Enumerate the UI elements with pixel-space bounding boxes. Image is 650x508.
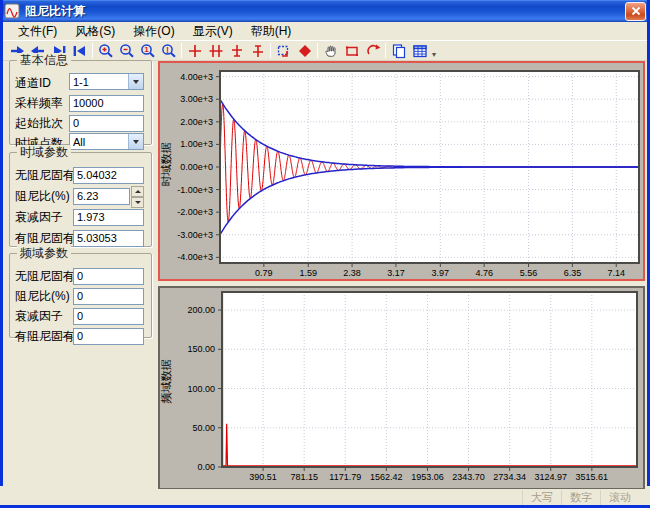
group-freq-params: 频域参数 无阻尼固有频率 阻尼比(%) 衰减因子 有阻尼固有频率 <box>9 253 152 338</box>
zoom-in-button[interactable] <box>95 41 116 60</box>
damping-ratio-frequency-input[interactable] <box>73 288 144 305</box>
clip-region-button[interactable] <box>341 41 362 60</box>
toolbar-separator <box>92 43 93 58</box>
svg-text:150.00: 150.00 <box>187 344 215 354</box>
damped-freq-frequency-input[interactable] <box>73 328 144 345</box>
time-domain-plot[interactable]: 4.00e+33.00e+32.00e+31.00e+30.00e+0-1.00… <box>160 63 643 279</box>
grid-view-button[interactable] <box>409 41 430 60</box>
pan-hand-button[interactable] <box>320 41 341 60</box>
status-bar: 大写 数字 滚动 <box>3 489 647 505</box>
svg-text:0.00: 0.00 <box>197 462 215 472</box>
field-label: 通道ID <box>15 76 51 90</box>
field-row-decay-factor-f: 衰减因子 <box>15 306 146 323</box>
group-basic-info-title: 基本信息 <box>17 53 71 67</box>
damped-freq-time-input[interactable] <box>73 230 144 247</box>
group-basic-info: 基本信息 通道ID 1-1 采样频率 起始批次 时域点数 All <box>9 60 152 145</box>
zoom-region-icon <box>276 43 292 59</box>
clip-region-icon <box>344 43 360 59</box>
cursor-valley-button[interactable] <box>247 41 268 60</box>
toolbar: 1 ! <box>3 40 647 61</box>
diamond-marker-icon <box>297 43 313 59</box>
cursor-cross-button[interactable] <box>184 41 205 60</box>
svg-text:1.59: 1.59 <box>299 268 317 278</box>
time-points-dropdown[interactable]: All <box>69 133 144 150</box>
cursor-cross-icon <box>187 43 203 59</box>
toolbar-separator <box>385 43 386 58</box>
svg-text:1: 1 <box>144 45 149 54</box>
svg-text:1171.79: 1171.79 <box>329 472 361 482</box>
time-domain-chart[interactable]: 时域数据 4.00e+33.00e+32.00e+31.00e+30.00e+0… <box>158 61 645 281</box>
chevron-down-icon[interactable] <box>128 74 143 89</box>
skip-backward-icon <box>72 43 88 59</box>
zoom-reset-button[interactable]: ! <box>158 41 179 60</box>
zoom-in-magnifier-icon <box>98 43 114 59</box>
title-bar[interactable]: 阻尼比计算 <box>0 0 650 22</box>
field-row-decay-factor-t: 衰减因子 <box>15 207 146 224</box>
app-window: 阻尼比计算 文件(F) 风格(S) 操作(O) 显示(V) 帮助(H) <box>0 0 650 508</box>
toolbar-separator <box>270 43 271 58</box>
rotate-tool-button[interactable] <box>362 41 383 60</box>
sample-rate-input[interactable] <box>69 95 144 112</box>
svg-text:200.00: 200.00 <box>187 305 215 315</box>
channel-id-dropdown[interactable]: 1-1 <box>69 73 144 90</box>
menu-file[interactable]: 文件(F) <box>9 22 66 41</box>
close-icon <box>630 5 642 17</box>
status-num-indicator: 数字 <box>561 490 600 505</box>
damping-ratio-spinner[interactable] <box>131 186 144 203</box>
app-icon <box>4 3 20 19</box>
svg-text:781.15: 781.15 <box>290 472 318 482</box>
field-row-undamped-freq-f: 无阻尼固有频率 <box>15 266 146 283</box>
status-caps-indicator: 大写 <box>522 490 561 505</box>
zoom-one-button[interactable]: 1 <box>137 41 158 60</box>
decay-factor-time-input[interactable] <box>73 209 144 226</box>
spinner-up-icon[interactable] <box>131 186 144 197</box>
field-label: 起始批次 <box>15 116 63 130</box>
zoom-reset-magnifier-icon: ! <box>161 43 177 59</box>
chevron-down-icon[interactable] <box>128 134 143 149</box>
svg-text:3.97: 3.97 <box>432 268 450 278</box>
field-row-damping-ratio-f: 阻尼比(%) <box>15 286 146 303</box>
damping-ratio-time-input[interactable] <box>73 188 130 205</box>
decay-factor-frequency-input[interactable] <box>73 308 144 325</box>
field-label: 衰减因子 <box>15 309 63 323</box>
zoom-one-magnifier-icon: 1 <box>140 43 156 59</box>
skip-backward-button[interactable] <box>69 41 90 60</box>
cursor-peak-icon <box>229 43 245 59</box>
svg-text:3515.61: 3515.61 <box>576 472 609 482</box>
toolbar-overflow-button[interactable]: ▾ <box>430 50 438 60</box>
toolbar-separator <box>317 43 318 58</box>
svg-text:100.00: 100.00 <box>187 384 215 394</box>
field-label: 衰减因子 <box>15 210 63 224</box>
svg-text:390.51: 390.51 <box>249 472 277 482</box>
zoom-out-button[interactable] <box>116 41 137 60</box>
channel-id-value: 1-1 <box>70 76 128 88</box>
field-row-sample-rate: 采样频率 <box>15 93 146 110</box>
zoom-region-button[interactable] <box>273 41 294 60</box>
menu-style[interactable]: 风格(S) <box>66 22 124 41</box>
field-row-channel-id: 通道ID 1-1 <box>15 73 146 90</box>
frequency-domain-chart[interactable]: 频域数据 200.00150.00100.0050.000.00390.5178… <box>158 286 645 490</box>
menu-operate[interactable]: 操作(O) <box>124 22 183 41</box>
svg-text:2.00e+3: 2.00e+3 <box>180 117 213 127</box>
cursor-peak-button[interactable] <box>226 41 247 60</box>
field-row-undamped-freq-t: 无阻尼固有频率 <box>15 165 146 182</box>
field-label: 采样频率 <box>15 96 63 110</box>
svg-text:2343.70: 2343.70 <box>452 472 485 482</box>
start-batch-input[interactable] <box>69 115 144 132</box>
field-row-damped-freq-f: 有阻尼固有频率 <box>15 326 146 343</box>
undamped-freq-time-input[interactable] <box>73 167 144 184</box>
close-button[interactable] <box>625 2 646 21</box>
frequency-domain-plot[interactable]: 200.00150.00100.0050.000.00390.51781.151… <box>160 288 643 488</box>
copy-view-icon <box>391 43 407 59</box>
undamped-freq-frequency-input[interactable] <box>73 268 144 285</box>
svg-text:4.76: 4.76 <box>475 268 493 278</box>
cursor-double-cross-icon <box>208 43 224 59</box>
diamond-marker-button[interactable] <box>294 41 315 60</box>
status-scroll-indicator: 滚动 <box>600 490 639 505</box>
svg-text:2.38: 2.38 <box>343 268 361 278</box>
menu-help[interactable]: 帮助(H) <box>242 22 301 41</box>
cursor-double-cross-button[interactable] <box>205 41 226 60</box>
field-row-damped-freq-t: 有阻尼固有频率 <box>15 228 146 245</box>
copy-view-button[interactable] <box>388 41 409 60</box>
menu-view[interactable]: 显示(V) <box>184 22 242 41</box>
